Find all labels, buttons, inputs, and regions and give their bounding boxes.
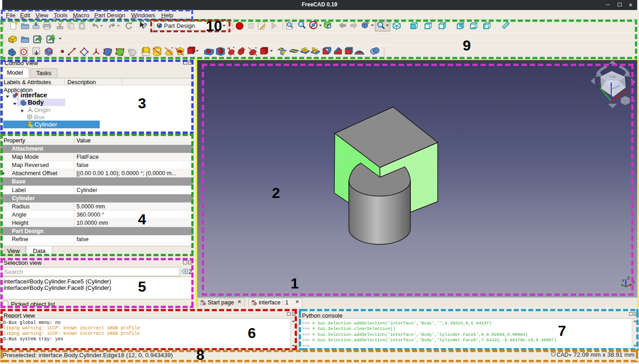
svg-text:y: y xyxy=(597,85,598,88)
svg-text:Z: Z xyxy=(627,276,630,280)
svg-text:?: ? xyxy=(143,21,147,29)
svg-text:x: x xyxy=(628,87,630,91)
svg-text:Y: Y xyxy=(622,278,624,283)
